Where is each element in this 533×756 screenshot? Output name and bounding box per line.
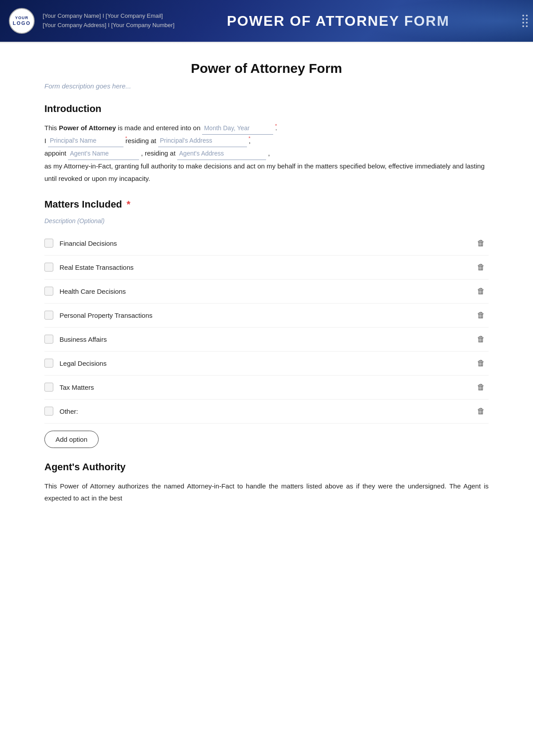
matters-included-section: Matters Included * Description (Optional… — [44, 199, 489, 448]
date-field[interactable]: Month Day, Year * — [202, 122, 273, 135]
agents-authority-section: Agent's Authority This Power of Attorney… — [44, 461, 489, 504]
delete-financial-icon[interactable]: 🗑 — [473, 237, 489, 250]
delete-personal-property-icon[interactable]: 🗑 — [473, 309, 489, 322]
checkbox-personal-property[interactable] — [44, 311, 53, 320]
checkbox-item-financial: Financial Decisions 🗑 — [44, 232, 489, 256]
agents-authority-heading: Agent's Authority — [44, 461, 489, 473]
checkbox-item-other: Other: 🗑 — [44, 400, 489, 424]
intro-residing: residing at — [126, 137, 158, 144]
intro-text-after-bold: is made and entered into on — [118, 124, 202, 132]
intro-residing2: , residing at — [141, 149, 178, 157]
agent-address-field[interactable]: Agent's Address — [177, 148, 266, 160]
principal-address-required-star: * — [249, 134, 251, 143]
form-description: Form description goes here... — [44, 82, 489, 90]
logo-text-logo: LOGO — [13, 20, 31, 26]
delete-legal-icon[interactable]: 🗑 — [473, 357, 489, 370]
delete-business-icon[interactable]: 🗑 — [473, 333, 489, 346]
matters-required-star: * — [127, 199, 131, 210]
header-title: POWER OF ATTORNEY FORM — [227, 13, 449, 29]
introduction-paragraph: This Power of Attorney is made and enter… — [44, 122, 489, 185]
company-line1: [Your Company Name] I [Your Company Emai… — [43, 12, 175, 21]
principal-name-field[interactable]: Principal's Name * — [48, 135, 123, 147]
agent-name-field[interactable]: Agent's Name — [68, 148, 139, 160]
checkbox-business[interactable] — [44, 335, 53, 344]
matters-included-heading: Matters Included * — [44, 199, 489, 210]
checkbox-real-estate[interactable] — [44, 263, 53, 272]
checkbox-item-business: Business Affairs 🗑 — [44, 328, 489, 352]
delete-real-estate-icon[interactable]: 🗑 — [473, 261, 489, 274]
checkbox-label-personal-property: Personal Property Transactions — [60, 312, 152, 319]
intro-appoint: appoint — [44, 149, 68, 157]
main-content: Power of Attorney Form Form description … — [0, 43, 533, 522]
checkbox-item-legal: Legal Decisions 🗑 — [44, 352, 489, 376]
dots-icon — [522, 15, 528, 27]
checkbox-label-legal: Legal Decisions — [60, 360, 107, 367]
date-required-star: * — [275, 121, 277, 131]
checkbox-item-personal-property: Personal Property Transactions 🗑 — [44, 304, 489, 328]
introduction-heading: Introduction — [44, 103, 489, 115]
checkbox-item-real-estate: Real Estate Transactions 🗑 — [44, 256, 489, 280]
checkbox-label-other: Other: — [60, 408, 78, 415]
principal-address-field[interactable]: Principal's Address * — [158, 135, 247, 147]
checkbox-financial[interactable] — [44, 239, 53, 248]
header-title-area: POWER OF ATTORNEY FORM — [175, 13, 520, 29]
add-option-button[interactable]: Add option — [44, 431, 99, 448]
checkbox-label-financial: Financial Decisions — [60, 240, 117, 247]
intro-bold-text: Power of Attorney — [59, 124, 116, 132]
logo-text-your: YOUR — [15, 16, 28, 20]
checkbox-label-tax: Tax Matters — [60, 384, 94, 391]
intro-i: I — [44, 137, 48, 144]
checkbox-item-health-care: Health Care Decisions 🗑 — [44, 280, 489, 304]
checkbox-health-care[interactable] — [44, 287, 53, 296]
checkbox-label-real-estate: Real Estate Transactions — [60, 264, 134, 271]
principal-name-required-star: * — [125, 134, 127, 143]
checkbox-other[interactable] — [44, 407, 53, 416]
delete-tax-icon[interactable]: 🗑 — [473, 381, 489, 394]
delete-health-care-icon[interactable]: 🗑 — [473, 285, 489, 298]
agents-authority-text: This Power of Attorney authorizes the na… — [44, 480, 489, 504]
checkbox-legal[interactable] — [44, 359, 53, 368]
checkbox-item-tax: Tax Matters 🗑 — [44, 376, 489, 400]
page-header: YOUR LOGO [Your Company Name] I [Your Co… — [0, 0, 533, 42]
matters-description: Description (Optional) — [44, 217, 489, 224]
company-line2: [Your Company Address] I [Your Company N… — [43, 21, 175, 30]
intro-text-before-date: This — [44, 124, 59, 132]
form-title: Power of Attorney Form — [44, 61, 489, 76]
delete-other-icon[interactable]: 🗑 — [473, 405, 489, 418]
company-info: [Your Company Name] I [Your Company Emai… — [43, 12, 175, 30]
checkbox-tax[interactable] — [44, 383, 53, 392]
checkbox-label-business: Business Affairs — [60, 336, 107, 343]
checkbox-label-health-care: Health Care Decisions — [60, 288, 126, 295]
company-logo: YOUR LOGO — [9, 8, 35, 34]
intro-comma2: , — [268, 149, 270, 157]
intro-closing-text: as my Attorney-in-Fact, granting full au… — [44, 162, 485, 183]
